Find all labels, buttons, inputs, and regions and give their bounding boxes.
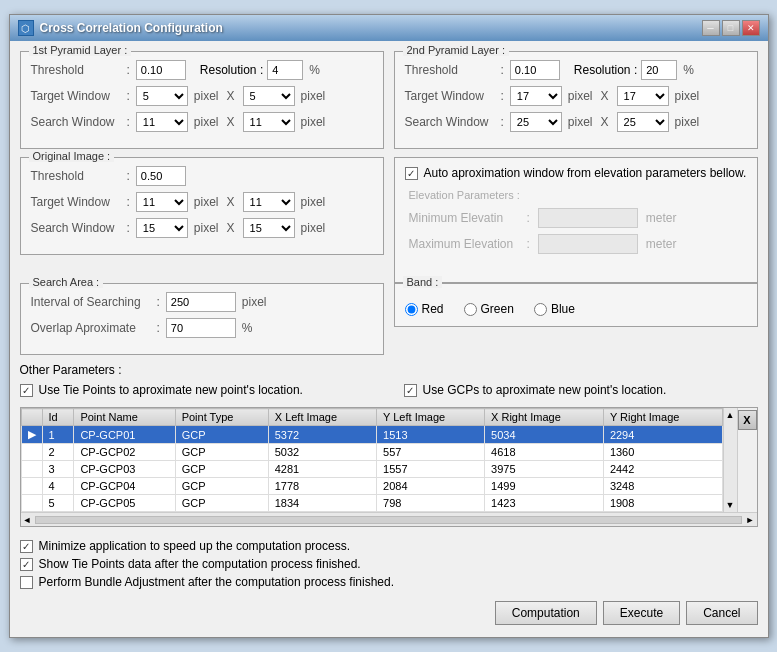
interval-input[interactable] xyxy=(166,292,236,312)
maximize-button[interactable]: □ xyxy=(722,20,740,36)
table-cell: 1499 xyxy=(485,478,604,495)
vertical-scrollbar[interactable]: ▲ ▼ xyxy=(723,408,737,512)
pyramid2-search-pixel2: pixel xyxy=(675,115,700,129)
row-arrow xyxy=(21,478,42,495)
table-cell: GCP xyxy=(175,495,268,512)
table-with-scrollbar: Id Point Name Point Type X Left Image Y … xyxy=(21,408,757,512)
pyramid2-target-x2-select[interactable]: 17 xyxy=(617,86,669,106)
pyramid1-target-x2-select[interactable]: 5 xyxy=(243,86,295,106)
pyramid1-search-pixel2: pixel xyxy=(301,115,326,129)
pyramid2-box: 2nd Pyramid Layer : Threshold : Resoluti… xyxy=(394,51,758,149)
table-cell: 4618 xyxy=(485,444,604,461)
pyramid2-resolution-input[interactable] xyxy=(641,60,677,80)
table-cell: CP-GCP01 xyxy=(74,426,175,444)
footer-checkbox1[interactable]: ✓ xyxy=(20,540,33,553)
original-image-group: Original Image : Threshold : Target Wind… xyxy=(20,157,384,283)
checkboxes-row: ✓ Use Tie Points to aproximate new point… xyxy=(20,383,758,401)
table-row[interactable]: 3CP-GCP03GCP4281155739752442 xyxy=(21,461,722,478)
table-cell: 5372 xyxy=(268,426,376,444)
horizontal-scrollbar[interactable]: ◄ ► xyxy=(21,512,757,526)
pyramid1-resolution-label: Resolution : xyxy=(200,63,263,77)
orig-target-x2-select[interactable]: 11 xyxy=(243,192,295,212)
pyramid1-resolution-unit: % xyxy=(309,63,320,77)
scroll-left-arrow[interactable]: ◄ xyxy=(21,515,34,525)
orig-target-row: Target Window : 11 pixel X 11 pixel xyxy=(31,192,373,212)
minimize-button[interactable]: ─ xyxy=(702,20,720,36)
gcp-checkbox[interactable]: ✓ xyxy=(404,384,417,397)
table-row[interactable]: 5CP-GCP05GCP183479814231908 xyxy=(21,495,722,512)
pyramid2-search-x1-select[interactable]: 25 xyxy=(510,112,562,132)
band-blue-label: Blue xyxy=(551,302,575,316)
pyramid1-search-row: Search Window : 11 pixel X 11 pixel xyxy=(31,112,373,132)
orig-search-x1-select[interactable]: 15 xyxy=(136,218,188,238)
max-elevation-row: Maximum Elevation : meter xyxy=(409,234,747,254)
band-green-radio[interactable] xyxy=(464,303,477,316)
table-section: Id Point Name Point Type X Left Image Y … xyxy=(20,407,758,527)
cancel-button[interactable]: Cancel xyxy=(686,601,757,625)
table-row[interactable]: 2CP-GCP02GCP503255746181360 xyxy=(21,444,722,461)
orig-search-label: Search Window xyxy=(31,221,121,235)
close-button[interactable]: ✕ xyxy=(742,20,760,36)
footer-checkbox3[interactable] xyxy=(20,576,33,589)
pyramid2-search-row: Search Window : 25 pixel X 25 pixel xyxy=(405,112,747,132)
band-red-radio[interactable] xyxy=(405,303,418,316)
scroll-right-arrow[interactable]: ► xyxy=(744,515,757,525)
table-row[interactable]: 4CP-GCP04GCP1778208414993248 xyxy=(21,478,722,495)
scroll-up-arrow[interactable]: ▲ xyxy=(724,408,737,422)
pyramid1-target-x1-select[interactable]: 5 xyxy=(136,86,188,106)
search-area-box: Search Area : Interval of Searching : pi… xyxy=(20,283,384,355)
tie-points-checkbox[interactable]: ✓ xyxy=(20,384,33,397)
pyramid1-label: 1st Pyramid Layer : xyxy=(29,44,132,56)
footer-check1-row: ✓ Minimize application to speed up the c… xyxy=(20,539,758,553)
search-area-group: Search Area : Interval of Searching : pi… xyxy=(20,283,384,363)
pyramid1-target-pixel1: pixel xyxy=(194,89,219,103)
data-table: Id Point Name Point Type X Left Image Y … xyxy=(21,408,723,512)
table-container: Id Point Name Point Type X Left Image Y … xyxy=(21,408,723,512)
main-window: ⬡ Cross Correlation Configuration ─ □ ✕ … xyxy=(9,14,769,638)
pyramid1-threshold-row: Threshold : Resolution : % xyxy=(31,60,373,80)
th-x-left: X Left Image xyxy=(268,409,376,426)
pyramid2-resolution-unit: % xyxy=(683,63,694,77)
pyramid2-search-x2-select[interactable]: 25 xyxy=(617,112,669,132)
table-cell: 1360 xyxy=(603,444,722,461)
pyramid2-threshold-input[interactable] xyxy=(510,60,560,80)
title-bar-left: ⬡ Cross Correlation Configuration xyxy=(18,20,223,36)
orig-threshold-input[interactable] xyxy=(136,166,186,186)
window-title: Cross Correlation Configuration xyxy=(40,21,223,35)
scroll-down-arrow[interactable]: ▼ xyxy=(724,498,737,512)
th-x-right: X Right Image xyxy=(485,409,604,426)
row-arrow xyxy=(21,461,42,478)
orig-target-x1-select[interactable]: 11 xyxy=(136,192,188,212)
max-elevation-unit: meter xyxy=(646,237,677,251)
overlap-input[interactable] xyxy=(166,318,236,338)
content-area: 1st Pyramid Layer : Threshold : Resoluti… xyxy=(10,41,768,637)
elevation-params-label: Elevation Parameters : xyxy=(409,189,520,201)
table-row[interactable]: ▶1CP-GCP01GCP5372151350342294 xyxy=(21,426,722,444)
delete-row-button[interactable]: X xyxy=(738,410,757,430)
overlap-unit: % xyxy=(242,321,253,335)
pyramid1-threshold-input[interactable] xyxy=(136,60,186,80)
orig-search-x2-select[interactable]: 15 xyxy=(243,218,295,238)
pyramid2-group: 2nd Pyramid Layer : Threshold : Resoluti… xyxy=(394,51,758,157)
band-red-item: Red xyxy=(405,302,444,316)
pyramid1-search-x1-select[interactable]: 11 xyxy=(136,112,188,132)
footer-checkbox2[interactable]: ✓ xyxy=(20,558,33,571)
execute-button[interactable]: Execute xyxy=(603,601,680,625)
computation-button[interactable]: Computation xyxy=(495,601,597,625)
band-blue-item: Blue xyxy=(534,302,575,316)
table-cell: 4 xyxy=(42,478,74,495)
table-cell: 557 xyxy=(377,444,485,461)
pyramid1-resolution-input[interactable] xyxy=(267,60,303,80)
pyramid1-search-x2-select[interactable]: 11 xyxy=(243,112,295,132)
auto-approx-checkbox[interactable]: ✓ xyxy=(405,167,418,180)
band-blue-radio[interactable] xyxy=(534,303,547,316)
pyramid2-target-pixel1: pixel xyxy=(568,89,593,103)
pyramid2-target-row: Target Window : 17 pixel X 17 pixel xyxy=(405,86,747,106)
tie-points-label: Use Tie Points to aproximate new point's… xyxy=(39,383,303,397)
scroll-thumb[interactable] xyxy=(35,516,741,524)
table-cell: 1423 xyxy=(485,495,604,512)
th-id: Id xyxy=(42,409,74,426)
pyramid2-target-x1-select[interactable]: 17 xyxy=(510,86,562,106)
title-buttons: ─ □ ✕ xyxy=(702,20,760,36)
pyramid1-target-x: X xyxy=(227,89,235,103)
